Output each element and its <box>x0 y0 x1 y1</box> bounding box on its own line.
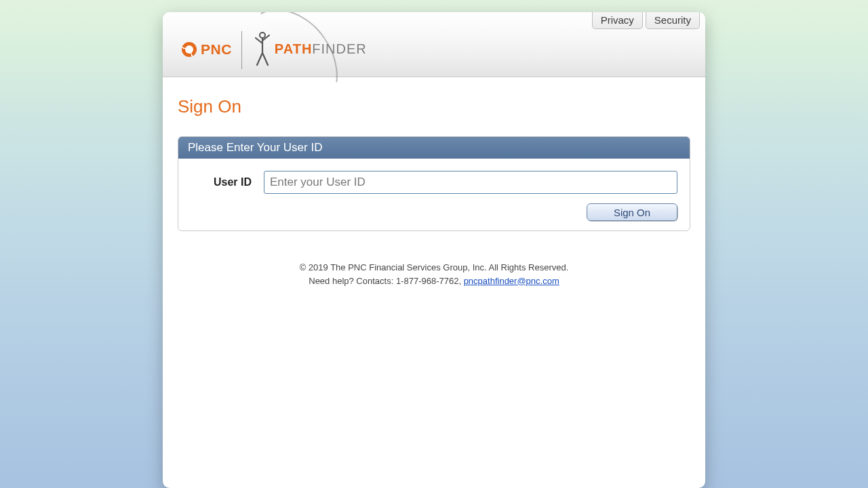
pnc-logo-text: PNC <box>201 41 232 58</box>
pathfinder-figure-icon <box>252 31 272 68</box>
userid-input[interactable] <box>264 171 677 194</box>
footer-copyright: © 2019 The PNC Financial Services Group,… <box>178 261 690 274</box>
top-links: Privacy Security <box>592 12 700 29</box>
footer-help: Need help? Contacts: 1-877-968-7762, pnc… <box>178 274 690 288</box>
logo-divider <box>241 31 242 69</box>
page-title: Sign On <box>178 96 690 117</box>
button-row: Sign On <box>191 203 677 221</box>
login-panel: Please Enter Your User ID User ID Sign O… <box>178 136 690 231</box>
panel-header: Please Enter Your User ID <box>178 137 690 159</box>
security-link[interactable]: Security <box>646 12 700 29</box>
userid-label: User ID <box>191 176 252 188</box>
pathfinder-logo: PATHFINDER <box>252 31 367 68</box>
header: Privacy Security PNC PATHFINDER <box>163 12 705 77</box>
footer: © 2019 The PNC Financial Services Group,… <box>178 261 690 287</box>
pathfinder-text-path: PATH <box>275 41 312 56</box>
pnc-circle-icon <box>182 42 197 57</box>
content: Sign On Please Enter Your User ID User I… <box>163 77 705 314</box>
privacy-link[interactable]: Privacy <box>592 12 643 29</box>
userid-row: User ID <box>191 171 677 194</box>
pnc-logo: PNC <box>182 41 232 58</box>
footer-email-link[interactable]: pncpathfinder@pnc.com <box>464 276 559 286</box>
logo-area: PNC PATHFINDER <box>182 30 367 69</box>
login-card: Privacy Security PNC PATHFINDER <box>163 12 705 488</box>
signon-button[interactable]: Sign On <box>587 203 677 221</box>
footer-help-text: Need help? Contacts: 1-877-968-7762, <box>309 276 463 286</box>
pathfinder-text-finder: FINDER <box>312 41 366 56</box>
panel-body: User ID Sign On <box>178 159 690 230</box>
svg-point-0 <box>260 33 265 38</box>
